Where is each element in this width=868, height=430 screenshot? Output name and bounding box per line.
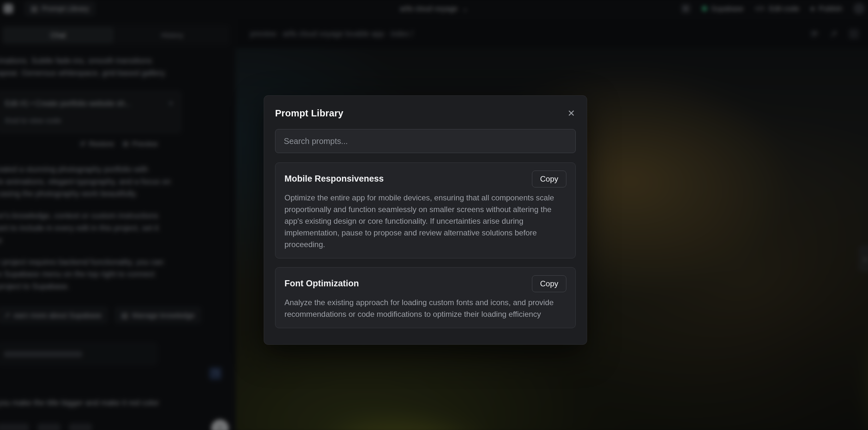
prompt-list[interactable]: Mobile Responsiveness Copy Optimize the …	[275, 162, 576, 333]
search-wrapper	[275, 129, 576, 153]
prompt-title: Mobile Responsiveness	[284, 171, 384, 184]
search-input[interactable]	[275, 129, 576, 153]
close-icon[interactable]: ✕	[568, 109, 575, 118]
prompt-description: Optimize the entire app for mobile devic…	[284, 192, 566, 250]
prompt-title: Font Optimization	[284, 275, 359, 288]
modal-title: Prompt Library	[275, 108, 343, 119]
copy-button[interactable]: Copy	[532, 171, 566, 187]
prompt-description: Analyze the existing approach for loadin…	[284, 297, 566, 320]
prompt-card-font-optimization: Font Optimization Copy Analyze the exist…	[275, 267, 576, 328]
modal-header: Prompt Library ✕	[264, 96, 587, 119]
prompt-library-modal: Prompt Library ✕ Mobile Responsiveness C…	[264, 95, 587, 345]
copy-button[interactable]: Copy	[532, 275, 566, 292]
prompt-card-mobile-responsiveness: Mobile Responsiveness Copy Optimize the …	[275, 162, 576, 258]
